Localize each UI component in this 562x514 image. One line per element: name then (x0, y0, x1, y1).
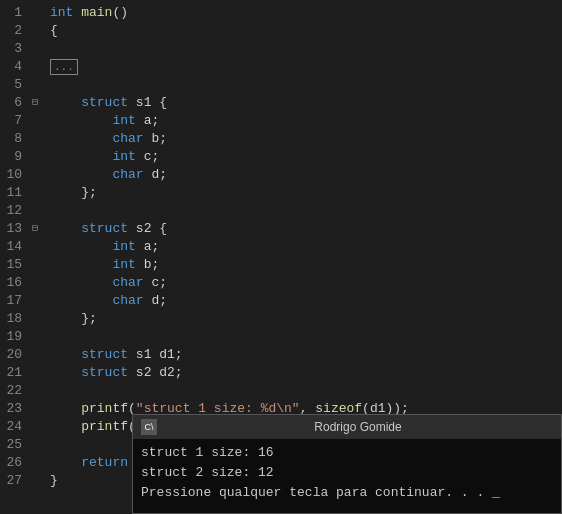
code-line-6: struct s1 { (50, 94, 562, 112)
line-number-3: 3 (6, 40, 22, 58)
fold-empty-7 (28, 112, 42, 130)
fold-indicator-4 (28, 58, 42, 76)
code-line-3 (50, 40, 562, 58)
terminal-line-2: Pressione qualquer tecla para continuar.… (141, 483, 553, 503)
code-line-9: int c; (50, 148, 562, 166)
line-number-5: 5 (6, 76, 22, 94)
line-number-9: 9 (6, 148, 22, 166)
fold-empty-11 (28, 184, 42, 202)
line-number-24: 24 (6, 418, 22, 436)
line-number-2: 2 (6, 22, 22, 40)
code-line-22 (50, 382, 562, 400)
fold-empty-2 (28, 22, 42, 40)
line-number-18: 18 (6, 310, 22, 328)
code-line-14: int a; (50, 238, 562, 256)
fold-empty-22 (28, 382, 42, 400)
code-line-19 (50, 328, 562, 346)
fold-empty-23 (28, 400, 42, 418)
fold-empty-9 (28, 148, 42, 166)
line-number-19: 19 (6, 328, 22, 346)
fold-open-13: ⊟ (28, 220, 42, 238)
code-line-4: ... (50, 58, 562, 76)
line-number-6: 6 (6, 94, 22, 112)
fold-empty-21 (28, 364, 42, 382)
terminal-body: struct 1 size: 16struct 2 size: 12Pressi… (133, 439, 561, 507)
line-number-17: 17 (6, 292, 22, 310)
fold-empty-19 (28, 328, 42, 346)
fold-empty-12 (28, 202, 42, 220)
code-line-17: char d; (50, 292, 562, 310)
line-number-10: 10 (6, 166, 22, 184)
line-number-1: 1 (6, 4, 22, 22)
line-number-13: 13 (6, 220, 22, 238)
fold-empty-20 (28, 346, 42, 364)
fold-gutter: ⊟⊟ (28, 0, 42, 514)
fold-empty-16 (28, 274, 42, 292)
fold-empty-24 (28, 418, 42, 436)
line-number-4: 4 (6, 58, 22, 76)
terminal-titlebar: C\ Rodrigo Gomide (133, 415, 561, 439)
fold-empty-15 (28, 256, 42, 274)
code-line-2: { (50, 22, 562, 40)
line-number-8: 8 (6, 130, 22, 148)
code-line-10: char d; (50, 166, 562, 184)
fold-empty-25 (28, 436, 42, 454)
line-number-25: 25 (6, 436, 22, 454)
code-line-18: }; (50, 310, 562, 328)
line-number-21: 21 (6, 364, 22, 382)
code-line-21: struct s2 d2; (50, 364, 562, 382)
code-line-20: struct s1 d1; (50, 346, 562, 364)
line-number-23: 23 (6, 400, 22, 418)
line-numbers: 1234567891011121314151617181920212223242… (0, 0, 28, 514)
code-line-16: char c; (50, 274, 562, 292)
fold-empty-8 (28, 130, 42, 148)
code-line-15: int b; (50, 256, 562, 274)
fold-open-6: ⊟ (28, 94, 42, 112)
line-number-7: 7 (6, 112, 22, 130)
line-number-20: 20 (6, 346, 22, 364)
code-line-12 (50, 202, 562, 220)
line-number-12: 12 (6, 202, 22, 220)
fold-empty-14 (28, 238, 42, 256)
code-line-7: int a; (50, 112, 562, 130)
code-line-5 (50, 76, 562, 94)
code-line-11: }; (50, 184, 562, 202)
line-number-27: 27 (6, 472, 22, 490)
fold-empty-17 (28, 292, 42, 310)
fold-empty-1 (28, 4, 42, 22)
line-number-14: 14 (6, 238, 22, 256)
terminal-line-0: struct 1 size: 16 (141, 443, 553, 463)
fold-empty-26 (28, 454, 42, 472)
fold-empty-3 (28, 40, 42, 58)
fold-empty-10 (28, 166, 42, 184)
fold-empty-5 (28, 76, 42, 94)
terminal-icon: C\ (141, 419, 157, 435)
line-number-26: 26 (6, 454, 22, 472)
line-number-15: 15 (6, 256, 22, 274)
terminal-title: Rodrigo Gomide (163, 420, 553, 434)
fold-empty-27 (28, 472, 42, 490)
code-line-8: char b; (50, 130, 562, 148)
terminal-line-1: struct 2 size: 12 (141, 463, 553, 483)
line-number-16: 16 (6, 274, 22, 292)
fold-empty-18 (28, 310, 42, 328)
code-line-13: struct s2 { (50, 220, 562, 238)
line-number-22: 22 (6, 382, 22, 400)
code-line-1: int main() (50, 4, 562, 22)
line-number-11: 11 (6, 184, 22, 202)
terminal-window: C\ Rodrigo Gomide struct 1 size: 16struc… (132, 414, 562, 514)
